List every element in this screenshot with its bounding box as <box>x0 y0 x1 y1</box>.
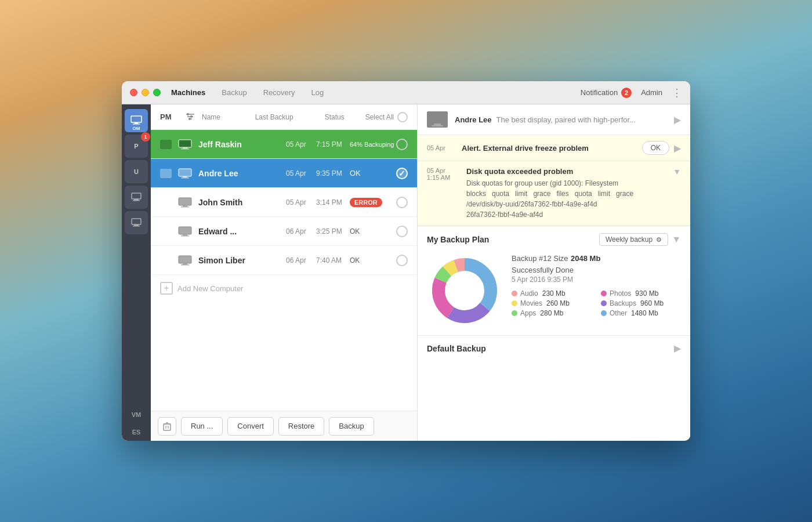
backup-plan-section: My Backup Plan Weekly backup ⚙ ▼ <box>418 226 690 336</box>
svg-rect-15 <box>179 140 191 147</box>
machine-name: Simon Liber <box>198 256 286 265</box>
default-backup-arrow: ▶ <box>674 343 681 354</box>
alert-ok-button[interactable]: OK <box>642 141 669 155</box>
sidebar-item-d1[interactable] <box>125 186 148 209</box>
svg-rect-0 <box>131 116 142 122</box>
legend-dot-audio <box>512 291 517 296</box>
default-backup-row[interactable]: Default Backup ▶ <box>418 336 690 361</box>
col-pm-header: PM <box>160 113 186 121</box>
legend-item-audio: Audio 230 Mb <box>512 289 592 298</box>
sidebar-es-label: ES <box>132 429 141 436</box>
svg-rect-19 <box>183 176 187 177</box>
close-button[interactable] <box>130 89 137 96</box>
notification-label: Notification <box>581 88 618 97</box>
admin-button[interactable]: Admin <box>641 88 662 97</box>
svg-rect-27 <box>179 256 191 263</box>
delete-button[interactable] <box>158 417 176 436</box>
dqa-body: Disk quotas for group user (gid 1000): F… <box>466 178 668 220</box>
filter-icon[interactable] <box>186 113 202 121</box>
sidebar-item-vm[interactable]: VM <box>125 406 148 423</box>
machine-status: OK <box>350 227 396 235</box>
tab-log[interactable]: Log <box>310 88 325 97</box>
col-select-all-header[interactable]: Select All <box>365 112 408 122</box>
add-computer-button[interactable]: + Add New Computer <box>151 275 417 302</box>
alert-expand-icon[interactable]: ▶ <box>674 143 681 154</box>
maximize-button[interactable] <box>153 89 161 96</box>
svg-rect-5 <box>133 200 140 201</box>
alert-machine-desc: The best display, paired with high-perfo… <box>496 115 674 124</box>
sidebar-item-p[interactable]: P 1 <box>125 135 148 158</box>
tab-recovery[interactable]: Recovery <box>262 88 296 97</box>
svg-point-14 <box>188 118 191 120</box>
machine-name: John Smith <box>198 198 286 207</box>
sidebar-item-d2[interactable] <box>125 211 148 234</box>
svg-point-45 <box>445 271 484 310</box>
notification-badge: 2 <box>621 88 632 98</box>
svg-rect-28 <box>183 263 187 264</box>
dqa-title: Disk quota exceeded problem <box>466 167 668 176</box>
sidebar-item-es[interactable]: ES <box>125 423 148 441</box>
sidebar-badge-p: 1 <box>141 132 150 142</box>
sidebar-d1-text <box>131 192 142 202</box>
legend-item-photos: Photos 930 Mb <box>601 289 681 298</box>
machine-row[interactable]: Andre Lee 05 Apr 9:35 PM OK ✓ <box>151 159 417 188</box>
more-options-button[interactable]: ⋮ <box>672 88 682 98</box>
machine-date: 06 Apr <box>286 256 316 264</box>
backup-button[interactable]: Backup <box>329 417 374 436</box>
sidebar-item-pm[interactable]: OM <box>125 109 148 132</box>
svg-point-13 <box>190 115 193 118</box>
legend-dot-other <box>601 310 607 316</box>
machine-name: Edward ... <box>198 227 286 236</box>
machine-color-bar <box>160 169 172 178</box>
alert-chevron-right: ▶ <box>674 114 681 125</box>
machine-radio[interactable] <box>396 226 408 237</box>
machine-radio[interactable] <box>396 197 408 208</box>
machine-date: 06 Apr <box>286 227 316 235</box>
default-backup-label: Default Backup <box>427 344 674 353</box>
machine-radio[interactable] <box>396 139 408 150</box>
run-button[interactable]: Run ... <box>181 417 223 436</box>
notification-button[interactable]: Notification 2 <box>581 88 632 98</box>
dqa-date: 05 Apr <box>427 167 462 174</box>
minimize-button[interactable] <box>142 89 149 96</box>
plan-chevron[interactable]: ▼ <box>672 234 681 245</box>
machine-time: 9:35 PM <box>316 169 350 177</box>
svg-rect-25 <box>183 234 187 235</box>
nav-tabs: Machines Backup Recovery Log <box>170 88 581 97</box>
svg-rect-26 <box>181 235 189 237</box>
backup-plan-header: My Backup Plan Weekly backup ⚙ ▼ <box>427 233 681 246</box>
title-bar-right: Notification 2 Admin ⋮ <box>581 88 682 98</box>
svg-rect-20 <box>181 177 189 179</box>
machine-status: OK <box>350 169 396 177</box>
machine-row[interactable]: Simon Liber 06 Apr 7:40 AM OK <box>151 246 417 275</box>
main-content: OM P 1 U <box>122 104 690 441</box>
backup-number-label: Backup #12 Size <box>512 254 568 263</box>
machine-radio-checked[interactable]: ✓ <box>396 168 408 179</box>
donut-chart <box>427 253 502 328</box>
alert-machine-name: Andre Lee <box>455 115 492 124</box>
restore-button[interactable]: Restore <box>278 417 325 436</box>
tab-backup[interactable]: Backup <box>220 88 248 97</box>
machine-toolbar: Run ... Convert Restore Backup <box>151 411 417 441</box>
machine-row[interactable]: John Smith 05 Apr 3:14 PM ERROR <box>151 188 417 217</box>
machine-row[interactable]: Edward ... 06 Apr 3:25 PM OK <box>151 217 417 246</box>
weekly-backup-label: Weekly backup <box>606 235 652 244</box>
machine-radio[interactable] <box>396 255 408 266</box>
add-computer-label: Add New Computer <box>177 284 243 293</box>
legend-item-backups: Backups 960 Mb <box>601 299 681 307</box>
svg-rect-1 <box>135 122 138 124</box>
tab-machines[interactable]: Machines <box>170 88 206 97</box>
add-icon: + <box>160 282 173 295</box>
app-window: Machines Backup Recovery Log Notificatio… <box>122 81 690 441</box>
dqa-chevron[interactable]: ▼ <box>673 167 681 176</box>
svg-rect-22 <box>183 205 187 206</box>
alert-top-row[interactable]: Andre Lee The best display, paired with … <box>418 104 690 135</box>
select-all-radio[interactable] <box>397 112 408 122</box>
convert-button[interactable]: Convert <box>227 417 274 436</box>
disk-quota-alert: 05 Apr 1:15 AM Disk quota exceeded probl… <box>418 161 690 226</box>
machine-row[interactable]: Jeff Raskin 05 Apr 7:15 PM 64% Backuping <box>151 130 417 159</box>
sidebar-item-u[interactable]: U <box>125 160 148 183</box>
weekly-backup-button[interactable]: Weekly backup ⚙ <box>599 233 668 246</box>
sidebar-pm-text: OM <box>133 126 140 131</box>
machine-display-icon <box>427 111 448 128</box>
